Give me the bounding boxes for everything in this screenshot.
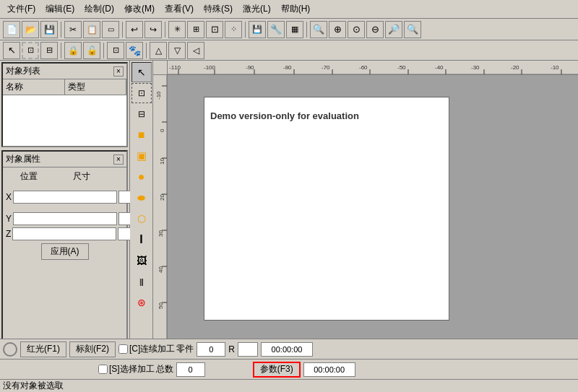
continuous-group2: [C]连续加工 零件 xyxy=(118,343,194,355)
mark-btn[interactable]: 标刻(F2) xyxy=(69,341,116,357)
z-pos-input[interactable] xyxy=(12,227,116,240)
sep1 xyxy=(61,22,61,38)
svg-text:30: 30 xyxy=(158,230,164,237)
left-panel: 对象列表 × 名称 类型 对象属性 × 位置 尺寸 xyxy=(0,61,130,349)
tb-open[interactable]: 📂 xyxy=(22,21,39,38)
status-message: 没有对象被选取 xyxy=(3,380,64,392)
tb-copy[interactable]: 📋 xyxy=(83,21,100,38)
pos-header: 位置 xyxy=(6,170,53,183)
tool-polygon[interactable]: ⬡ xyxy=(131,209,152,229)
tool-select[interactable]: ↖ xyxy=(131,62,152,82)
svg-text:-100: -100 xyxy=(204,64,216,71)
tb2-tri1[interactable]: △ xyxy=(150,42,167,59)
menu-edit[interactable]: 编辑(E) xyxy=(41,1,79,17)
total-input[interactable] xyxy=(176,362,205,377)
tool-node[interactable]: ⊟ xyxy=(131,104,152,124)
col-name: 名称 xyxy=(3,79,65,95)
tb2-bird[interactable]: 🐾 xyxy=(126,42,143,59)
r-input[interactable] xyxy=(238,342,258,357)
tb-grid[interactable]: ⊞ xyxy=(187,21,204,38)
tb-zoom-fit[interactable]: ⊙ xyxy=(348,21,365,38)
sep2 xyxy=(122,22,123,38)
tb-select-all[interactable]: ✳ xyxy=(168,21,186,38)
tb2-tri3[interactable]: ◁ xyxy=(187,42,204,59)
y-pos-input[interactable] xyxy=(13,212,117,225)
toolbar-main: 📄 📂 💾 ✂ 📋 ▭ ↩ ↪ ✳ ⊞ ⊡ ⁘ 💾 🔧 ▦ 🔍 ⊕ ⊙ ⊖ 🔎 … xyxy=(0,19,578,40)
menu-file[interactable]: 文件(F) xyxy=(3,1,40,17)
tool-image[interactable]: 🖼 xyxy=(131,251,152,271)
tb2-lock2[interactable]: 🔓 xyxy=(83,42,100,59)
tb2-tri2[interactable]: ▽ xyxy=(168,42,186,59)
params-btn[interactable]: 参数(F3) xyxy=(253,362,301,378)
svg-text:10: 10 xyxy=(159,158,165,165)
menu-special[interactable]: 特殊(S) xyxy=(199,1,237,17)
svg-text:0: 0 xyxy=(159,129,165,132)
tool-rect[interactable]: ■ xyxy=(131,125,152,145)
y-label: Y xyxy=(6,214,12,224)
apply-button[interactable]: 应用(A) xyxy=(41,243,89,260)
tool-special[interactable]: ⊛ xyxy=(131,292,152,313)
tb-save[interactable]: 💾 xyxy=(40,21,58,38)
tb-paste[interactable]: ▭ xyxy=(102,21,119,38)
tb2-lock1[interactable]: 🔒 xyxy=(64,42,82,59)
tb-new[interactable]: 📄 xyxy=(3,21,20,38)
tool-rect-select[interactable]: ⊡ xyxy=(131,83,152,103)
object-list-content xyxy=(3,95,126,146)
tool-barcode[interactable]: ||| xyxy=(131,271,152,292)
tb-redo[interactable]: ↪ xyxy=(144,21,162,38)
svg-text:-90: -90 xyxy=(246,64,254,71)
menu-modify[interactable]: 修改(M) xyxy=(120,1,159,17)
tb2-node-edit[interactable]: ⊟ xyxy=(40,42,58,59)
sep8 xyxy=(146,43,147,58)
object-attrs-close[interactable]: × xyxy=(113,154,124,165)
tb2-select-box[interactable]: ⊡ xyxy=(22,42,39,59)
select-lbl: [S]选择加工 xyxy=(109,363,155,375)
tb-save2[interactable]: 💾 xyxy=(249,21,266,38)
tb-zoom-page[interactable]: 🔍 xyxy=(404,21,421,38)
x-pos-input[interactable] xyxy=(13,191,117,204)
canvas-area: -110 -100 -90 -80 -70 -60 -50 -40 -30 -2… xyxy=(153,61,578,349)
sep4 xyxy=(245,22,246,38)
canvas-content: Demo version-only for evaluation xyxy=(168,75,578,349)
object-list-cols: 名称 类型 xyxy=(3,79,126,95)
red-laser-btn[interactable]: 红光(F1) xyxy=(20,341,66,357)
svg-text:-60: -60 xyxy=(359,64,368,71)
tool-text[interactable]: I xyxy=(131,230,152,250)
menu-laser[interactable]: 激光(L) xyxy=(238,1,275,17)
tb2-align[interactable]: ⊡ xyxy=(107,42,124,59)
tool-circle[interactable]: ● xyxy=(131,167,152,187)
tb-zoom-in[interactable]: 🔍 xyxy=(310,21,327,38)
size-header: 尺寸 xyxy=(59,170,105,183)
attrs-inner: 位置 尺寸 X 🔒 Y ▦ xyxy=(3,167,126,266)
object-list-close[interactable]: × xyxy=(113,66,124,77)
toolbar-secondary: ↖ ⊡ ⊟ 🔒 🔓 ⊡ 🐾 △ ▽ ◁ xyxy=(0,40,578,61)
bottom-bar: 没有对象被选取 xyxy=(0,379,578,392)
tb2-select[interactable]: ↖ xyxy=(3,42,20,59)
tb-nodes[interactable]: ⁘ xyxy=(225,21,242,38)
tool-round-rect[interactable]: ▣ xyxy=(131,146,152,166)
select-cb[interactable] xyxy=(98,365,108,374)
svg-text:-80: -80 xyxy=(283,64,292,71)
tb-zoom-out[interactable]: ⊖ xyxy=(366,21,384,38)
tb-table[interactable]: ▦ xyxy=(286,21,303,38)
tb-undo[interactable]: ↩ xyxy=(126,21,143,38)
tb-zoom-out2[interactable]: 🔎 xyxy=(385,21,402,38)
ruler-vertical: -10 0 10 20 30 40 50 xyxy=(153,75,168,349)
menu-view[interactable]: 查看(V) xyxy=(160,1,198,17)
menu-draw[interactable]: 绘制(D) xyxy=(80,1,118,17)
part-input[interactable] xyxy=(197,342,225,357)
svg-text:-10: -10 xyxy=(551,64,559,71)
part-lbl: 零件 xyxy=(176,343,194,355)
tb-snap[interactable]: ⊡ xyxy=(206,21,223,38)
svg-text:-20: -20 xyxy=(511,64,519,71)
status-circle2 xyxy=(3,342,17,357)
svg-text:50: 50 xyxy=(158,302,164,309)
svg-text:40: 40 xyxy=(158,266,164,273)
tb-settings[interactable]: 🔧 xyxy=(267,21,285,38)
tb-zoom-in2[interactable]: ⊕ xyxy=(329,21,346,38)
menu-help[interactable]: 帮助(H) xyxy=(277,1,315,17)
status-bar-bottom: [S]选择加工 总数 参数(F3) 00:00:00 xyxy=(0,359,578,379)
tool-ellipse[interactable]: ⬬ xyxy=(131,188,152,208)
continuous-cb[interactable] xyxy=(118,344,128,354)
tb-cut[interactable]: ✂ xyxy=(64,21,82,38)
